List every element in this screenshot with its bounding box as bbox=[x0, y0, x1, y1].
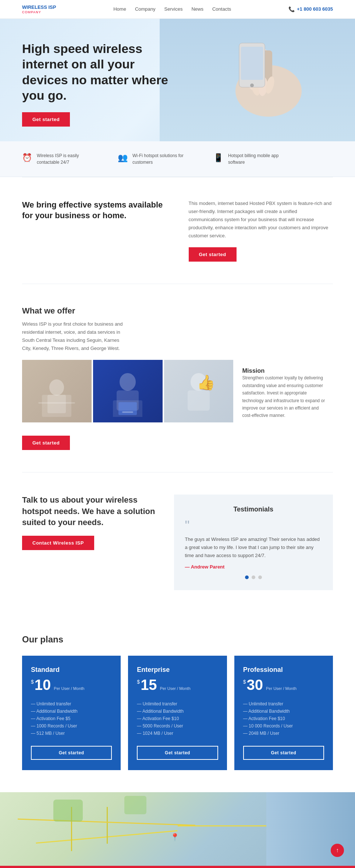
nav-news[interactable]: News bbox=[191, 6, 203, 12]
scroll-top-button[interactable]: ↑ bbox=[331, 844, 344, 857]
plan-professional-cta[interactable]: Get started bbox=[243, 746, 324, 760]
mobile-icon: 📱 bbox=[213, 153, 224, 163]
hero-cta-button[interactable]: Get started bbox=[22, 112, 70, 127]
nav-links: Home Company Services News Contacts bbox=[113, 6, 231, 12]
svg-rect-13 bbox=[38, 402, 75, 404]
plans-heading: Our plans bbox=[22, 634, 333, 645]
talk-cta-button[interactable]: Contact Wireless ISP bbox=[22, 536, 94, 550]
testimonial-author: — Andrew Parent bbox=[185, 564, 322, 570]
about-cta-button[interactable]: Get started bbox=[189, 247, 237, 262]
about-heading-col: We bring effective systems available for… bbox=[22, 199, 167, 262]
nav-home[interactable]: Home bbox=[113, 6, 126, 12]
plan-standard-features: Unlimited transfer Additional Bandwidth … bbox=[31, 700, 112, 737]
offer-image-3: 👍 bbox=[164, 360, 234, 422]
brand-name: WIRELESS ISP bbox=[22, 4, 56, 10]
plans-grid: Standard $ 10 Per User / Month Unlimited… bbox=[22, 656, 333, 770]
about-heading: We bring effective systems available for… bbox=[22, 199, 167, 221]
hero-phone-illustration bbox=[202, 32, 313, 128]
svg-point-14 bbox=[120, 373, 136, 391]
plan-standard-cta[interactable]: Get started bbox=[31, 746, 112, 760]
thumbs-up-illustration: 👍 bbox=[177, 365, 221, 417]
feature-item-1: ⏰ Wireless ISP is easily contactable 24/… bbox=[22, 152, 96, 166]
talk-section: Talk to us about your wireless hotspot n… bbox=[0, 472, 355, 612]
nav-company[interactable]: Company bbox=[135, 6, 156, 12]
svg-point-11 bbox=[49, 379, 64, 396]
dot-1[interactable] bbox=[245, 575, 249, 579]
plan-professional: Professional $ 30 Per User / Month Unlim… bbox=[234, 656, 333, 770]
plan-professional-features: Unlimited transfer Additional Bandwidth … bbox=[243, 700, 324, 737]
woman-computer-illustration bbox=[106, 365, 150, 417]
map-pin: 📍 bbox=[170, 833, 180, 842]
testimonials-heading: Testimonials bbox=[185, 506, 322, 513]
phone-icon: 📞 bbox=[288, 6, 295, 12]
dot-2[interactable] bbox=[252, 575, 255, 579]
hero-image bbox=[160, 19, 355, 141]
map-green-1 bbox=[53, 800, 83, 822]
feature-text-1: Wireless ISP is easily contactable 24/7 bbox=[37, 152, 96, 166]
mission-heading: Mission bbox=[242, 367, 326, 374]
dot-3[interactable] bbox=[258, 575, 262, 579]
plan-enterprise-features: Unlimited transfer Additional Bandwidth … bbox=[137, 700, 218, 737]
about-body: This modern, internet based Hosted PBX s… bbox=[189, 199, 333, 240]
hero-heading: High speed wireless internet on all your… bbox=[22, 41, 178, 103]
hero-section: High speed wireless internet on all your… bbox=[0, 19, 355, 141]
offer-image-1 bbox=[22, 360, 92, 422]
offer-heading: What we offer bbox=[22, 306, 333, 316]
about-section: We bring effective systems available for… bbox=[0, 177, 355, 284]
plan-enterprise-cta[interactable]: Get started bbox=[137, 746, 218, 760]
quote-mark: " bbox=[185, 519, 322, 532]
offer-cta-button[interactable]: Get started bbox=[22, 436, 70, 450]
users-icon: 👥 bbox=[118, 153, 128, 163]
person-desk-illustration bbox=[35, 365, 79, 417]
svg-rect-12 bbox=[47, 395, 66, 413]
talk-left: Talk to us about your wireless hotspot n… bbox=[22, 495, 159, 590]
mission-body: Strengthen customer loyalty by deliverin… bbox=[242, 374, 326, 419]
mission-box: Mission Strengthen customer loyalty by d… bbox=[235, 360, 333, 426]
plan-enterprise-name: Enterprise bbox=[137, 666, 218, 674]
plan-professional-name: Professional bbox=[243, 666, 324, 674]
svg-text:👍: 👍 bbox=[197, 373, 215, 391]
feature-text-2: Wi-Fi hotspot solutions for customers bbox=[132, 152, 191, 166]
plan-standard-price: $ 10 Per User / Month bbox=[31, 677, 112, 692]
talk-heading: Talk to us about your wireless hotspot n… bbox=[22, 495, 159, 528]
navbar: WIRELESS ISP COMPANY Home Company Servic… bbox=[0, 0, 355, 19]
offer-image-2 bbox=[93, 360, 163, 422]
nav-phone: 📞 +1 800 603 6035 bbox=[288, 6, 333, 12]
hero-content: High speed wireless internet on all your… bbox=[22, 41, 178, 127]
feature-item-3: 📱 Hotspot billing mobile app software bbox=[213, 152, 287, 166]
map-overlay: 📍 bbox=[0, 792, 355, 866]
map-green-2 bbox=[124, 796, 146, 814]
clock-icon: ⏰ bbox=[22, 153, 32, 163]
svg-rect-18 bbox=[122, 411, 133, 413]
newsletter-section: Don't miss our new offerings and newslet… bbox=[0, 866, 355, 868]
testimonial-text: The guys at Wireless ISP are amazing! Th… bbox=[185, 535, 322, 560]
map-section: 📍 bbox=[0, 792, 355, 866]
testimonial-dots bbox=[185, 575, 322, 579]
nav-contacts[interactable]: Contacts bbox=[212, 6, 231, 12]
offer-section: What we offer Wirless ISP is your first … bbox=[0, 284, 355, 472]
logo: WIRELESS ISP COMPANY bbox=[22, 4, 56, 14]
plan-standard: Standard $ 10 Per User / Month Unlimited… bbox=[22, 656, 121, 770]
plan-enterprise-price: $ 15 Per User / Month bbox=[137, 677, 218, 692]
svg-rect-8 bbox=[241, 47, 263, 80]
feature-text-3: Hotspot billing mobile app software bbox=[228, 152, 287, 166]
testimonials-box: Testimonials " The guys at Wireless ISP … bbox=[174, 495, 333, 590]
about-body-col: This modern, internet based Hosted PBX s… bbox=[189, 199, 333, 262]
svg-point-9 bbox=[250, 84, 254, 87]
feature-item-2: 👥 Wi-Fi hotspot solutions for customers bbox=[118, 152, 191, 166]
brand-sub: COMPANY bbox=[22, 10, 56, 14]
plan-standard-name: Standard bbox=[31, 666, 112, 674]
plan-enterprise: Enterprise $ 15 Per User / Month Unlimit… bbox=[128, 656, 227, 770]
offer-body: Wirless ISP is your first choice for bus… bbox=[22, 320, 125, 352]
features-bar: ⏰ Wireless ISP is easily contactable 24/… bbox=[0, 141, 355, 177]
plan-professional-price: $ 30 Per User / Month bbox=[243, 677, 324, 692]
nav-services[interactable]: Services bbox=[164, 6, 183, 12]
svg-rect-20 bbox=[188, 390, 210, 411]
plans-section: Our plans Standard $ 10 Per User / Month… bbox=[0, 612, 355, 792]
map-road-3 bbox=[107, 807, 108, 844]
svg-rect-17 bbox=[118, 402, 137, 415]
